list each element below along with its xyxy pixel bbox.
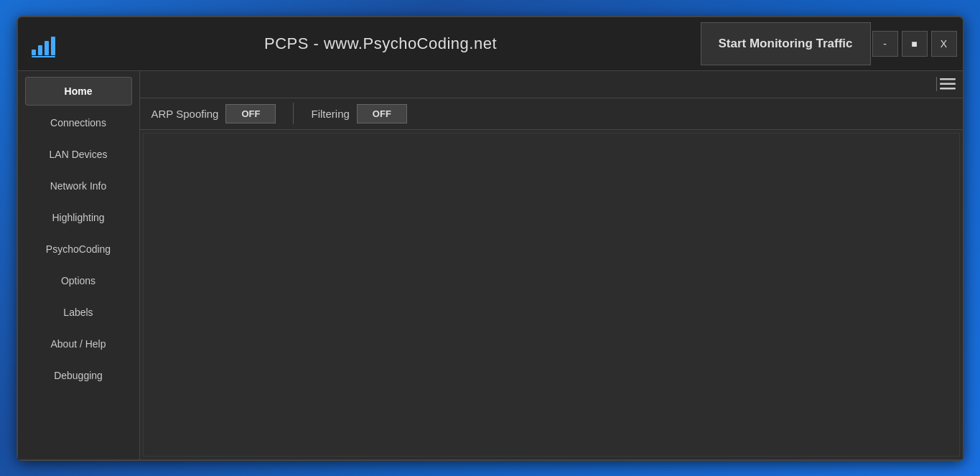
content-area: ARP Spoofing OFF Filtering OFF — [140, 71, 963, 459]
svg-rect-4 — [32, 56, 55, 57]
sidebar-item-home[interactable]: Home — [25, 77, 132, 106]
minimize-button[interactable]: - — [872, 31, 898, 57]
start-monitoring-button[interactable]: Start Monitoring Traffic — [701, 22, 871, 65]
svg-rect-5 — [940, 78, 956, 80]
title-bar: PCPS - www.PsychoCoding.net Start Monito… — [18, 17, 963, 71]
arp-spoofing-section: ARP Spoofing OFF — [151, 104, 276, 123]
sidebar-item-about-help[interactable]: About / Help — [25, 330, 132, 358]
main-window: PCPS - www.PsychoCoding.net Start Monito… — [17, 16, 964, 461]
sidebar-item-psychocoding[interactable]: PsychoCoding — [25, 235, 132, 263]
svg-rect-7 — [940, 88, 956, 90]
close-button[interactable]: X — [931, 31, 957, 57]
content-main — [143, 133, 960, 457]
main-area: HomeConnectionsLAN DevicesNetwork InfoHi… — [18, 71, 963, 459]
svg-rect-3 — [51, 37, 55, 55]
svg-rect-0 — [32, 50, 36, 55]
divider — [936, 77, 937, 91]
svg-rect-1 — [38, 45, 42, 55]
sidebar-item-labels[interactable]: Labels — [25, 298, 132, 327]
maximize-button[interactable]: ■ — [902, 31, 928, 57]
sidebar-item-connections[interactable]: Connections — [25, 108, 132, 137]
sidebar-item-options[interactable]: Options — [25, 266, 132, 295]
toolbar-separator — [293, 103, 294, 124]
arp-spoofing-toggle[interactable]: OFF — [225, 104, 276, 123]
window-controls: - ■ X — [871, 31, 963, 57]
sidebar-item-debugging[interactable]: Debugging — [25, 361, 132, 390]
app-title: PCPS - www.PsychoCoding.net — [264, 34, 497, 53]
sidebar: HomeConnectionsLAN DevicesNetwork InfoHi… — [18, 71, 140, 459]
sidebar-item-highlighting[interactable]: Highlighting — [25, 203, 132, 232]
sidebar-item-lan-devices[interactable]: LAN Devices — [25, 140, 132, 169]
svg-rect-6 — [940, 83, 956, 85]
arp-spoofing-label: ARP Spoofing — [151, 108, 219, 120]
menu-icon-button[interactable] — [940, 78, 956, 90]
filtering-section: Filtering OFF — [311, 104, 406, 123]
filtering-toggle[interactable]: OFF — [357, 104, 407, 123]
toolbar: ARP Spoofing OFF Filtering OFF — [140, 98, 963, 130]
svg-rect-2 — [45, 41, 49, 55]
app-logo — [18, 29, 61, 58]
sidebar-item-network-info[interactable]: Network Info — [25, 172, 132, 200]
content-header — [140, 71, 963, 98]
title-center: PCPS - www.PsychoCoding.net — [61, 34, 701, 53]
filtering-label: Filtering — [311, 108, 349, 120]
